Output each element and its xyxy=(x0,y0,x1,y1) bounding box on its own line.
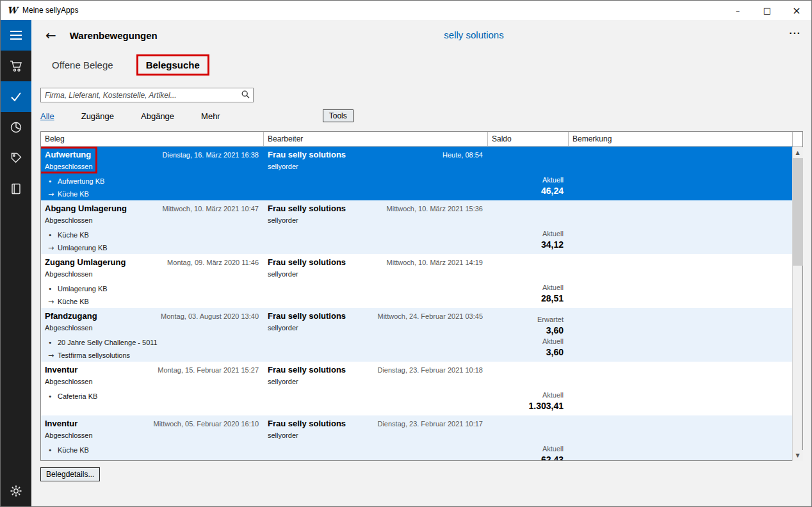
company-title: selly solutions xyxy=(444,29,503,40)
maximize-button[interactable]: □ xyxy=(752,1,782,20)
row-status: Abgeschlossen xyxy=(45,163,259,170)
sidebar-item-reports[interactable] xyxy=(1,112,31,143)
belegdetails-button[interactable]: Belegdetails... xyxy=(40,467,100,481)
bemerkung-cell xyxy=(569,415,793,460)
saldo-value: 34,12 xyxy=(541,239,564,250)
movement-label: 20 Jahre Selly Challenge - 5011 xyxy=(58,339,158,346)
row-title: Inventur xyxy=(45,365,77,374)
row-date: Montag, 09. März 2020 11:46 xyxy=(167,259,259,266)
movement-line: →Umlagerung KB xyxy=(48,241,259,254)
column-header-beleg[interactable]: Beleg xyxy=(41,132,264,146)
saldo-value: 62,43 xyxy=(541,455,564,460)
arrow-marker-icon: → xyxy=(48,244,58,252)
column-header-bearbeiter[interactable]: Bearbeiter xyxy=(264,132,488,146)
editor-account: sellyorder xyxy=(268,431,483,439)
table-row[interactable]: Abgang Umlagerung Mittwoch, 10. März 202… xyxy=(41,200,793,254)
editor-date: Dienstag, 23. Februar 2021 10:17 xyxy=(377,420,483,428)
movement-label: Küche KB xyxy=(58,446,89,454)
table-body: Aufwertung Dienstag, 16. März 2021 16:38… xyxy=(41,147,793,460)
bullet-marker-icon: • xyxy=(48,446,58,455)
saldo-value: 28,51 xyxy=(541,293,564,303)
filter-abgaenge[interactable]: Abgänge xyxy=(141,111,174,121)
arrow-marker-icon: → xyxy=(48,190,58,198)
movement-label: Cafeteria KB xyxy=(58,392,97,400)
saldo-cell: Aktuell34,12 xyxy=(488,200,569,254)
filter-mehr[interactable]: Mehr xyxy=(201,111,220,121)
titlebar: W Meine sellyApps – □ × xyxy=(1,1,811,20)
beleg-cell: Inventur Montag, 15. Februar 2021 15:27 … xyxy=(41,362,264,415)
movement-label: Küche KB xyxy=(58,231,89,239)
table-row[interactable]: Inventur Mittwoch, 05. Februar 2020 16:1… xyxy=(41,415,793,460)
search-row xyxy=(40,88,811,102)
cart-icon xyxy=(9,59,23,73)
hamburger-menu-button[interactable] xyxy=(1,20,31,51)
row-title: Abgang Umlagerung xyxy=(45,204,127,213)
row-status: Abgeschlossen xyxy=(45,324,259,332)
saldo-label: Aktuell xyxy=(541,284,564,291)
sidebar-item-journal[interactable] xyxy=(1,173,31,204)
row-items: •Küche KB xyxy=(45,444,259,456)
saldo-value: 46,24 xyxy=(541,186,564,196)
row-title: Aufwertung xyxy=(45,150,91,159)
movement-line: •Aufwertung KB xyxy=(48,175,259,188)
saldo-value: 3,60 xyxy=(537,325,564,335)
row-status: Abgeschlossen xyxy=(45,216,259,224)
row-title: Pfandzugang xyxy=(45,311,97,321)
search-input[interactable] xyxy=(45,91,239,100)
column-header-bemerkung[interactable]: Bemerkung xyxy=(569,132,793,146)
scroll-up-icon[interactable]: ▲ xyxy=(793,147,803,158)
scrollbar-thumb[interactable] xyxy=(793,158,803,266)
tag-icon xyxy=(10,152,22,165)
search-icon[interactable] xyxy=(241,90,250,101)
minimize-button[interactable]: – xyxy=(723,1,752,20)
row-title: Inventur xyxy=(45,419,77,428)
saldo-cell: Aktuell46,24 xyxy=(488,147,569,200)
table-row[interactable]: Aufwertung Dienstag, 16. März 2021 16:38… xyxy=(41,147,793,200)
editor-date: Mittwoch, 24. Februar 2021 03:45 xyxy=(378,312,483,320)
arrow-marker-icon: → xyxy=(48,298,58,306)
sidebar-item-articles[interactable] xyxy=(1,143,31,173)
saldo-entry: Aktuell28,51 xyxy=(541,284,564,303)
table-header: Beleg Bearbeiter Saldo Bemerkung xyxy=(41,132,802,147)
table-row[interactable]: Pfandzugang Montag, 03. August 2020 13:4… xyxy=(41,308,793,362)
tab-offene-belege[interactable]: Offene Belege xyxy=(51,56,115,74)
tab-belegsuche[interactable]: Belegsuche xyxy=(136,54,209,76)
row-date: Mittwoch, 05. Februar 2020 16:10 xyxy=(154,420,259,428)
table-row[interactable]: Inventur Montag, 15. Februar 2021 15:27 … xyxy=(41,362,793,415)
column-header-saldo[interactable]: Saldo xyxy=(488,132,569,146)
saldo-cell: Erwartet3,60Aktuell3,60 xyxy=(488,308,569,362)
bearbeiter-cell: Frau selly solutions Dienstag, 23. Febru… xyxy=(264,362,488,415)
more-options-button[interactable]: ... xyxy=(789,25,801,36)
editor-account: sellyorder xyxy=(268,270,483,278)
sidebar-item-movements[interactable] xyxy=(1,81,31,112)
movement-line: •Cafeteria KB xyxy=(48,390,259,403)
filter-alle[interactable]: Alle xyxy=(40,111,54,121)
bemerkung-cell xyxy=(569,147,793,200)
sidebar xyxy=(1,20,31,506)
tools-button[interactable]: Tools xyxy=(323,109,353,122)
row-date: Montag, 15. Februar 2021 15:27 xyxy=(158,366,259,374)
editor-account: sellyorder xyxy=(268,163,483,170)
close-button[interactable]: × xyxy=(782,1,811,20)
saldo-label: Aktuell xyxy=(541,230,564,237)
row-items: •Aufwertung KB→Küche KB xyxy=(45,175,259,200)
settings-button[interactable] xyxy=(1,476,31,506)
scroll-down-icon[interactable]: ▼ xyxy=(793,450,803,461)
row-items: •Küche KB→Umlagerung KB xyxy=(45,229,259,254)
saldo-entry: Aktuell46,24 xyxy=(541,176,564,196)
table-row[interactable]: Zugang Umlagerung Montag, 09. März 2020 … xyxy=(41,254,793,308)
vertical-scrollbar[interactable]: ▲ ▼ xyxy=(792,147,802,461)
saldo-label: Aktuell xyxy=(542,337,564,345)
editor-name: Frau selly solutions xyxy=(268,204,346,213)
saldo-entry: Aktuell62,43 xyxy=(541,445,564,460)
row-status: Abgeschlossen xyxy=(45,270,259,278)
filter-bar: Alle Zugänge Abgänge Mehr Tools xyxy=(40,109,803,123)
back-button[interactable]: ← xyxy=(45,29,56,42)
filter-zugaenge[interactable]: Zugänge xyxy=(81,111,114,121)
sidebar-item-orders[interactable] xyxy=(1,51,31,81)
main-content: ← Warenbewegungen selly solutions ... Of… xyxy=(31,20,811,506)
saldo-entry: Aktuell1.303,41 xyxy=(529,391,564,411)
page-header: ← Warenbewegungen selly solutions ... xyxy=(40,20,811,51)
documents-table: Beleg Bearbeiter Saldo Bemerkung Aufwert… xyxy=(40,131,803,461)
bullet-marker-icon: • xyxy=(48,231,58,239)
